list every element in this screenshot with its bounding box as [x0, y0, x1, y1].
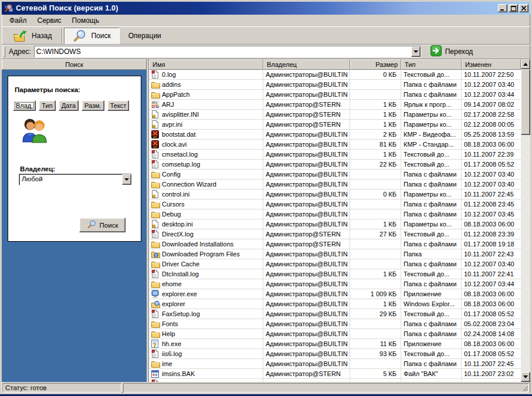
column-header-owner[interactable]: Владелец — [263, 59, 350, 70]
scroll-down-icon[interactable] — [521, 372, 530, 382]
folder-icon — [151, 320, 161, 328]
table-row[interactable]: Connection WizardАдминистраторы@BUILTINП… — [149, 180, 521, 189]
file-type-cell: Папка с файлами — [401, 199, 462, 209]
file-name-cell: imsins.BAK — [149, 369, 263, 379]
table-row[interactable]: control.iniАдминистраторы@BUILTIN0 КБПар… — [149, 189, 521, 199]
ini-file-icon — [151, 190, 161, 198]
owner-select[interactable]: Любой — [19, 174, 132, 185]
table-row[interactable]: Downloaded InstallationsАдминистратор@ST… — [149, 239, 521, 249]
file-type-cell: Текстовый до... — [401, 349, 462, 359]
file-modified-cell-text: 10.11.2007 22:45 — [464, 191, 514, 198]
table-row[interactable]: ConfigАдминистраторы@BUILTINПапка с файл… — [149, 170, 521, 180]
file-owner-cell-text: Администраторы@BUILTIN — [266, 151, 348, 158]
file-modified-cell: 02.24.2008 14:08 — [462, 329, 521, 339]
address-dropdown-arrow-icon[interactable] — [411, 46, 421, 57]
table-row[interactable]: CursorsАдминистраторы@BUILTINПапка с фай… — [149, 199, 521, 209]
table-row[interactable]: cmsetacl.logАдминистраторы@BUILTIN1 КБТе… — [149, 150, 521, 160]
table-row[interactable]: 0.logАдминистраторы@BUILTIN0 КБТекстовый… — [149, 70, 521, 80]
menu-service[interactable]: Сервис — [32, 15, 67, 26]
file-name-cell-text: 0.log — [162, 71, 176, 78]
table-row[interactable]: comsetup.logАдминистраторы@BUILTIN22 КБТ… — [149, 160, 521, 170]
file-size-cell — [350, 259, 401, 269]
file-owner-cell-text: Администратор@STERN — [266, 121, 341, 128]
filter-button-влад[interactable]: Влад. — [13, 100, 36, 111]
file-owner-cell-text: Администраторы@BUILTIN — [266, 251, 348, 258]
titlebar[interactable]: Сетевой Поиск (версия 1.0) — [2, 2, 530, 15]
table-row[interactable]: MP3DGARJАдминистратор@STERN1 КБЯрлык к п… — [149, 100, 521, 110]
file-type-cell-text: Ярлык к прогр... — [404, 101, 451, 108]
file-name-cell: Config — [149, 170, 263, 180]
owner-dropdown-arrow-icon[interactable] — [122, 174, 131, 185]
resize-grip[interactable] — [521, 384, 528, 392]
column-header-modified[interactable]: Изменен — [462, 59, 521, 70]
table-row[interactable]: FaxSetup.logАдминистраторы@BUILTIN29 КБТ… — [149, 309, 521, 319]
vertical-scrollbar[interactable] — [521, 59, 530, 382]
menu-help[interactable]: Помощь — [67, 15, 104, 26]
back-button[interactable]: Назад — [4, 28, 60, 44]
scroll-up-icon[interactable] — [521, 59, 530, 69]
go-button[interactable]: Переход — [427, 44, 477, 59]
table-row[interactable]: imsins.BAKАдминистратор@STERN5 КБФайл "В… — [149, 369, 521, 379]
search-toggle-button[interactable]: Поиск — [64, 28, 119, 44]
table-row[interactable]: avisplitter.INIАдминистратор@STERN1 КБПа… — [149, 110, 521, 120]
table-row[interactable] — [149, 379, 521, 382]
filter-button-текст[interactable]: Текст — [107, 100, 130, 111]
file-type-cell: Папка с файлами — [401, 239, 462, 249]
search-button[interactable]: Поиск — [79, 218, 126, 232]
table-row[interactable]: DtcInstall.logАдминистраторы@BUILTIN1 КБ… — [149, 269, 521, 279]
file-name-cell: avisplitter.INI — [149, 110, 263, 120]
table-row[interactable]: DATbootstat.datАдминистраторы@BUILTIN2 К… — [149, 130, 521, 140]
address-input[interactable] — [35, 46, 411, 57]
file-name-cell-text: addins — [162, 81, 181, 88]
table-row[interactable]: explorer.exeАдминистраторы@BUILTIN1 009 … — [149, 289, 521, 299]
operations-button[interactable]: Операции — [120, 28, 170, 44]
table-row[interactable]: Downloaded Program FilesАдминистраторы@B… — [149, 249, 521, 259]
table-row[interactable]: ehomeАдминистраторы@BUILTINПапка с файла… — [149, 279, 521, 289]
file-modified-cell: 10.11.2007 22:39 — [462, 150, 521, 160]
filter-button-дата[interactable]: Дата — [59, 100, 79, 111]
file-owner-cell: Администратор@STERN — [263, 100, 350, 110]
file-size-cell-text: 2 КБ — [383, 131, 397, 138]
file-modified-cell-text: 05.25.2008 13:59 — [464, 131, 514, 138]
close-button[interactable] — [519, 4, 528, 12]
file-size-cell — [350, 239, 401, 249]
svg-text:?: ? — [153, 341, 157, 348]
menu-file[interactable]: Файл — [4, 15, 32, 26]
maximize-button[interactable] — [509, 4, 518, 12]
filter-button-разм[interactable]: Разм. — [82, 100, 104, 111]
table-row[interactable]: addinsАдминистраторы@BUILTINПапка с файл… — [149, 80, 521, 90]
file-modified-cell-text: 10.12.2007 03:44 — [464, 280, 514, 287]
file-size-cell-text: 1 КБ — [383, 300, 397, 307]
ini-file-icon — [151, 110, 161, 119]
table-row[interactable]: AVIclock.aviАдминистраторы@BUILTIN81 КБК… — [149, 140, 521, 150]
file-size-cell — [350, 279, 401, 289]
table-row[interactable]: DebugАдминистраторы@BUILTINПапка с файла… — [149, 209, 521, 219]
file-table: Имя Владелец Размер Тип Изменен 0.logАдм… — [148, 59, 530, 382]
table-row[interactable]: imeАдминистраторы@BUILTINПапка с файлами… — [149, 359, 521, 369]
table-row[interactable]: DirectX.logАдминистратор@STERN27 КБТекст… — [149, 229, 521, 239]
table-row[interactable]: FontsАдминистраторы@BUILTINПапка с файла… — [149, 319, 521, 329]
table-row[interactable]: desktop.iniАдминистраторы@BUILTIN1 КБПар… — [149, 219, 521, 229]
scrollbar-thumb[interactable] — [521, 69, 530, 135]
table-row[interactable]: explorerАдминистраторы@BUILTIN1 КБWindow… — [149, 299, 521, 309]
file-modified-cell: 01.17.2008 05:52 — [462, 160, 521, 170]
table-row[interactable]: iis6.logАдминистраторы@BUILTIN93 КБТекст… — [149, 349, 521, 359]
file-name-cell: Downloaded Program Files — [149, 249, 263, 259]
file-owner-cell-text: Администраторы@BUILTIN — [266, 81, 348, 88]
table-row[interactable]: Driver CacheАдминистраторы@BUILTINПапка … — [149, 259, 521, 269]
table-row[interactable]: HelpАдминистраторы@BUILTINПапка с файлам… — [149, 329, 521, 339]
file-type-cell-text: Параметры ко... — [404, 121, 452, 128]
search-panel-header: Поиск — [2, 59, 147, 70]
column-header-type[interactable]: Тип — [401, 59, 462, 70]
file-size-cell — [350, 379, 401, 382]
table-row[interactable]: AppPatchАдминистраторы@BUILTINПапка с фа… — [149, 90, 521, 100]
table-row[interactable]: avpr.iniАдминистратор@STERN1 КБПараметры… — [149, 120, 521, 130]
filter-button-тип[interactable]: Тип — [39, 100, 55, 111]
file-modified-cell: 10.11.2007 22:45 — [462, 359, 521, 369]
column-header-name[interactable]: Имя — [149, 59, 263, 70]
column-header-size[interactable]: Размер — [350, 59, 401, 70]
minimize-button[interactable] — [498, 4, 507, 12]
file-type-cell: Параметры ко... — [401, 120, 462, 130]
address-bar-grip[interactable] — [4, 46, 5, 57]
table-row[interactable]: ?hh.exeАдминистраторы@BUILTIN11 КБПрилож… — [149, 339, 521, 349]
